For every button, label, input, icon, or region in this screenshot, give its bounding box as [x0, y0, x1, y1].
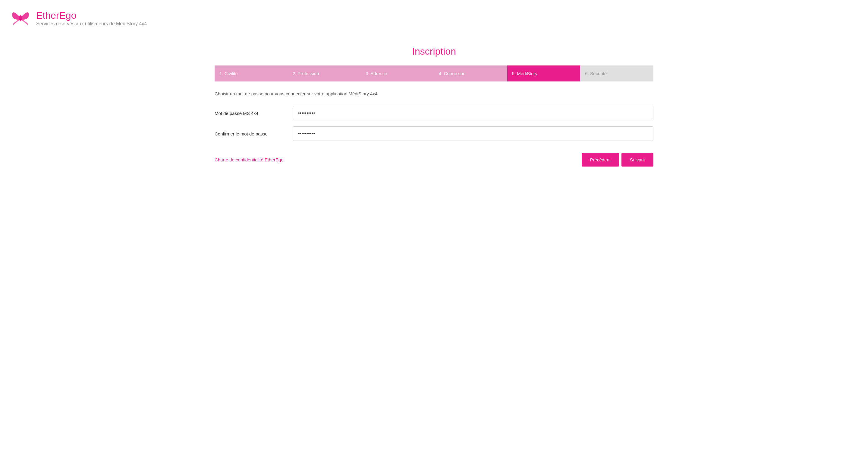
svg-point-0	[19, 16, 22, 21]
privacy-link[interactable]: Charte de confidentialité EtherEgo	[215, 157, 283, 162]
step-3-adresse[interactable]: 3. Adresse	[361, 65, 434, 82]
step-4-connexion[interactable]: 4. Connexion	[434, 65, 507, 82]
app-header: EtherEgo Services réservés aux utilisate…	[0, 0, 868, 36]
step-2-profession[interactable]: 2. Profession	[288, 65, 361, 82]
step-1-civility[interactable]: 1. Civilité	[215, 65, 288, 82]
next-button[interactable]: Suivant	[621, 153, 653, 167]
step-5-medistory[interactable]: 5. MédiStory	[507, 65, 581, 82]
footer-row: Charte de confidentialité EtherEgo Précé…	[215, 153, 653, 176]
confirm-password-row: Confirmer le mot de passe	[215, 126, 653, 141]
confirm-password-label: Confirmer le mot de passe	[215, 131, 293, 136]
confirm-password-input[interactable]	[293, 126, 653, 141]
app-title: EtherEgo	[36, 10, 147, 21]
previous-button[interactable]: Précédent	[582, 153, 619, 167]
header-text-block: EtherEgo Services réservés aux utilisate…	[36, 10, 147, 27]
form-section: Mot de passe MS 4x4 Confirmer le mot de …	[215, 106, 653, 141]
password-row: Mot de passe MS 4x4	[215, 106, 653, 120]
etherlogo-icon	[10, 7, 31, 29]
password-input[interactable]	[293, 106, 653, 120]
page-title: Inscription	[215, 46, 653, 57]
form-description: Choisir un mot de passe pour vous connec…	[215, 91, 653, 96]
footer-buttons: Précédent Suivant	[582, 153, 653, 167]
steps-navigation: 1. Civilité 2. Profession 3. Adresse 4. …	[215, 65, 653, 82]
page-content: Inscription 1. Civilité 2. Profession 3.…	[205, 46, 663, 176]
step-6-securite[interactable]: 6. Sécurité	[580, 65, 653, 82]
app-subtitle: Services réservés aux utilisateurs de Mé…	[36, 21, 147, 27]
password-label: Mot de passe MS 4x4	[215, 111, 293, 116]
